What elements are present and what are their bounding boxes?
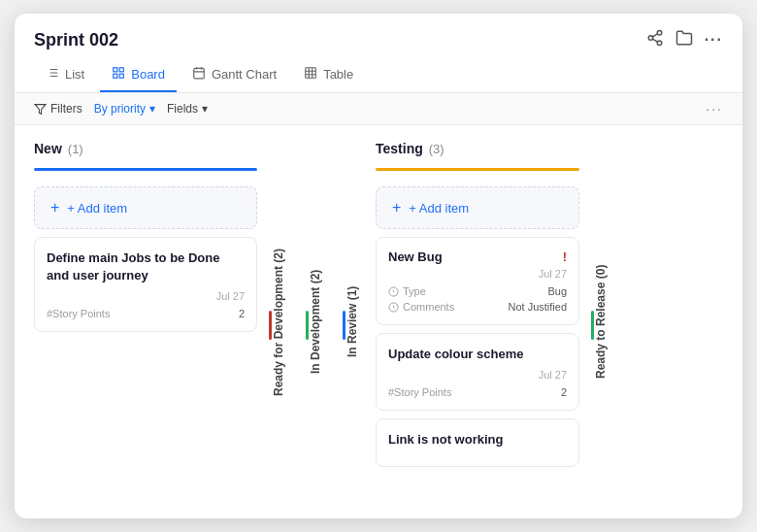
svg-rect-14 xyxy=(119,74,123,78)
filter-more-icon[interactable]: ··· xyxy=(706,101,723,116)
column-testing-bar xyxy=(376,168,579,171)
ready-dev-bar xyxy=(269,312,272,341)
svg-rect-19 xyxy=(306,68,316,79)
plus-icon: + xyxy=(50,199,59,216)
card-colour-scheme[interactable]: Update colour scheme Jul 27 #Story Point… xyxy=(376,333,579,411)
svg-marker-24 xyxy=(35,104,46,114)
add-item-button-new[interactable]: + + Add item xyxy=(34,186,257,229)
header: Sprint 002 ··· xyxy=(15,14,742,58)
table-icon xyxy=(304,66,317,83)
app-window: Sprint 002 ··· List xyxy=(15,14,742,518)
chevron-down-icon: ▾ xyxy=(149,102,155,116)
tab-list[interactable]: List xyxy=(34,58,96,92)
card-new-bug[interactable]: New Bug ! Jul 27 Type Bug Comments xyxy=(376,237,579,325)
ready-release-bar xyxy=(591,312,594,341)
page-title: Sprint 002 xyxy=(34,30,118,50)
more-icon[interactable]: ··· xyxy=(705,31,723,49)
svg-rect-13 xyxy=(114,74,117,78)
svg-rect-11 xyxy=(114,68,117,72)
card-colour-points: #Story Points 2 xyxy=(388,386,567,398)
list-icon xyxy=(46,66,59,83)
tab-table[interactable]: Table xyxy=(292,58,365,92)
column-testing-header: Testing (3) xyxy=(376,141,579,156)
svg-rect-12 xyxy=(119,68,123,72)
bug-tag: ! xyxy=(563,249,567,264)
bug-title: New Bug xyxy=(388,249,443,264)
plus-icon-2: + xyxy=(392,199,401,216)
in-review-bar xyxy=(343,312,346,341)
board-icon xyxy=(112,66,125,83)
chevron-down-icon: ▾ xyxy=(202,102,208,116)
svg-rect-15 xyxy=(194,68,205,79)
column-new-bar xyxy=(34,168,257,171)
column-new-header: New (1) xyxy=(34,141,257,156)
add-item-button-testing[interactable]: + + Add item xyxy=(376,186,579,229)
filter-bar: Filters By priority ▾ Fields ▾ ··· xyxy=(15,93,742,125)
bug-comments-row: Comments Not Justified xyxy=(388,301,567,313)
nav-tabs: List Board Gantt Chart Table xyxy=(15,58,742,93)
column-in-review[interactable]: In Review (1) xyxy=(339,141,368,503)
column-in-dev[interactable]: In Development (2) xyxy=(302,141,331,503)
card-define-jobs[interactable]: Define main Jobs to be Done and user jou… xyxy=(34,237,257,332)
svg-line-4 xyxy=(652,34,657,37)
card-link-broken[interactable]: Link is not working xyxy=(376,418,579,467)
board-area: New (1) + + Add item Define main Jobs to… xyxy=(15,125,742,518)
tab-gantt[interactable]: Gantt Chart xyxy=(181,58,288,92)
column-ready-release[interactable]: Ready to Release (0) xyxy=(587,141,616,503)
column-new: New (1) + + Add item Define main Jobs to… xyxy=(34,141,257,503)
priority-filter[interactable]: By priority ▾ xyxy=(94,102,155,116)
filter-button[interactable]: Filters xyxy=(34,102,82,116)
bug-type-row: Type Bug xyxy=(388,285,567,297)
gantt-icon xyxy=(192,66,206,83)
svg-line-3 xyxy=(652,39,657,42)
in-dev-bar xyxy=(306,312,309,341)
share-icon[interactable] xyxy=(646,29,664,50)
card-story-points: #Story Points 2 xyxy=(47,308,245,319)
tab-board[interactable]: Board xyxy=(100,58,177,92)
column-ready-dev[interactable]: Ready for Development (2) xyxy=(265,141,294,503)
column-testing: Testing (3) + + Add item New Bug ! Jul 2… xyxy=(376,141,579,503)
fields-filter[interactable]: Fields ▾ xyxy=(167,102,208,116)
header-actions: ··· xyxy=(646,29,723,50)
folder-icon[interactable] xyxy=(675,29,693,50)
